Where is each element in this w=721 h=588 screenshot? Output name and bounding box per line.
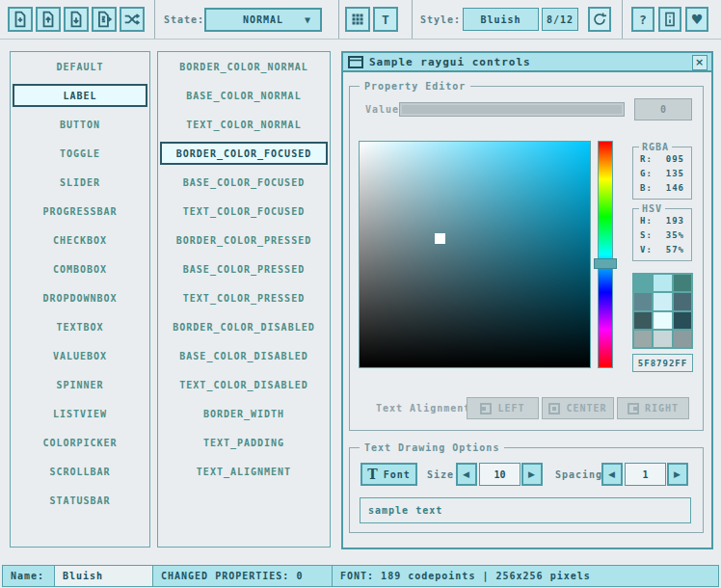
font-button[interactable]: T Font — [360, 463, 417, 486]
load-style-button[interactable] — [36, 7, 61, 32]
text-align-right-button: RIGHT — [617, 397, 689, 419]
list-item-base_color_normal[interactable]: BASE_COLOR_NORMAL — [158, 81, 330, 110]
list-item-text_padding[interactable]: TEXT_PADDING — [158, 428, 330, 457]
state-dropdown-value: NORMAL — [243, 14, 283, 25]
color-picker-marker[interactable] — [435, 233, 445, 244]
shuffle-icon — [123, 11, 141, 28]
close-button[interactable]: × — [692, 55, 708, 70]
style-table-button[interactable] — [345, 7, 370, 32]
list-item-text_color_disabled[interactable]: TEXT_COLOR_DISABLED — [158, 370, 330, 399]
list-item-toggle[interactable]: TOGGLE — [11, 139, 149, 168]
palette-swatch[interactable] — [674, 331, 691, 347]
right-arrow-icon: ▶ — [674, 469, 681, 479]
align-left-icon — [480, 403, 492, 414]
list-item-combobox[interactable]: COMBOBOX — [11, 254, 149, 283]
list-item-text_color_focused[interactable]: TEXT_COLOR_FOCUSED — [158, 197, 330, 226]
font-atlas-button[interactable]: T — [373, 7, 398, 32]
list-item-colorpicker[interactable]: COLORPICKER — [11, 428, 149, 457]
color-saturation-value-panel[interactable] — [359, 141, 591, 368]
statusbar-name-label: Name: — [2, 565, 55, 587]
hue-slider-handle[interactable] — [594, 258, 617, 269]
list-item-text_alignment[interactable]: TEXT_ALIGNMENT — [158, 457, 330, 486]
hex-color-input[interactable]: 5F8792FF — [632, 354, 693, 372]
list-item-default[interactable]: DEFAULT — [11, 52, 149, 81]
list-item-spinner[interactable]: SPINNER — [11, 370, 149, 399]
list-item-border_color_disabled[interactable]: BORDER_COLOR_DISABLED — [158, 312, 330, 341]
spacing-increase-button[interactable]: ▶ — [667, 463, 688, 486]
sample-text-input[interactable]: sample text — [360, 497, 691, 523]
controls-list: DEFAULTLABELBUTTONTOGGLESLIDERPROGRESSBA… — [10, 51, 150, 548]
list-item-slider[interactable]: SLIDER — [11, 168, 149, 197]
reload-style-button[interactable] — [588, 7, 611, 32]
size-decrease-button[interactable]: ◀ — [456, 463, 477, 486]
new-file-icon — [12, 11, 29, 28]
hsv-title: HSV — [639, 203, 665, 214]
list-item-text_color_pressed[interactable]: TEXT_COLOR_PRESSED — [158, 283, 330, 312]
palette-swatch[interactable] — [654, 312, 671, 329]
about-button[interactable] — [658, 7, 681, 32]
list-item-label[interactable]: LABEL — [13, 84, 147, 107]
export-style-button[interactable] — [92, 7, 117, 32]
palette-swatch[interactable] — [674, 312, 691, 329]
save-style-button[interactable] — [64, 7, 89, 32]
size-value-box[interactable]: 10 — [479, 463, 521, 486]
list-item-border_color_pressed[interactable]: BORDER_COLOR_PRESSED — [158, 226, 330, 254]
list-item-checkbox[interactable]: CHECKBOX — [11, 226, 149, 254]
palette-swatch[interactable] — [674, 293, 691, 309]
list-item-button[interactable]: BUTTON — [11, 110, 149, 139]
list-item-base_color_disabled[interactable]: BASE_COLOR_DISABLED — [158, 341, 330, 370]
list-item-border_color_normal[interactable]: BORDER_COLOR_NORMAL — [158, 52, 330, 81]
list-item-listview[interactable]: LISTVIEW — [11, 399, 149, 428]
spacing-value-box[interactable]: 1 — [625, 463, 666, 486]
spacing-decrease-button[interactable]: ◀ — [601, 463, 623, 486]
palette-swatch[interactable] — [654, 275, 671, 291]
color-palette — [632, 273, 693, 349]
random-style-button[interactable] — [120, 7, 145, 32]
list-item-scrollbar[interactable]: SCROLLBAR — [11, 457, 149, 486]
toolbar: State: NORMAL ▼ T Style: Bluish 8/12 ? — [0, 0, 721, 40]
style-name-input[interactable]: Bluish — [54, 565, 153, 587]
list-item-border_width[interactable]: BORDER_WIDTH — [158, 399, 330, 428]
palette-swatch[interactable] — [634, 312, 652, 329]
list-item-base_color_pressed[interactable]: BASE_COLOR_PRESSED — [158, 254, 330, 283]
toolbar-divider — [154, 0, 155, 39]
text-align-center-button: CENTER — [542, 397, 614, 419]
palette-swatch[interactable] — [674, 275, 691, 291]
style-name-value: Bluish — [480, 14, 521, 25]
list-item-valuebox[interactable]: VALUEBOX — [11, 341, 149, 370]
value-row: B:146 — [633, 181, 691, 196]
rgba-values: R:095G:135B:146 — [633, 147, 691, 196]
value-row: G:135 — [633, 167, 691, 181]
palette-swatch[interactable] — [634, 331, 652, 347]
new-style-button[interactable] — [8, 7, 33, 32]
question-icon: ? — [639, 13, 647, 27]
list-item-statusbar[interactable]: STATUSBAR — [11, 486, 149, 515]
statusbar-changed-properties: CHANGED PROPERTIES: 0 — [152, 565, 333, 587]
palette-swatch[interactable] — [654, 331, 671, 347]
export-file-icon — [95, 11, 113, 28]
hsv-values: H:193S:35%V:57% — [633, 209, 691, 257]
list-item-border_color_focused[interactable]: BORDER_COLOR_FOCUSED — [160, 142, 328, 165]
value-row: V:57% — [633, 243, 691, 257]
hue-bar[interactable] — [598, 141, 613, 368]
palette-swatch[interactable] — [634, 275, 652, 291]
palette-swatch[interactable] — [654, 293, 671, 309]
state-dropdown[interactable]: NORMAL ▼ — [204, 8, 322, 32]
style-name-button[interactable]: Bluish — [463, 8, 539, 31]
list-item-progressbar[interactable]: PROGRESSBAR — [11, 197, 149, 226]
palette-swatch[interactable] — [634, 293, 652, 309]
close-icon: × — [695, 56, 705, 68]
sponsor-button[interactable]: ♥ — [685, 7, 708, 32]
list-item-text_color_normal[interactable]: TEXT_COLOR_NORMAL — [158, 110, 330, 139]
save-file-icon — [67, 11, 85, 28]
list-item-base_color_focused[interactable]: BASE_COLOR_FOCUSED — [158, 168, 330, 197]
size-increase-button[interactable]: ▶ — [521, 463, 543, 486]
state-label: State: — [164, 14, 204, 25]
toolbar-divider — [412, 0, 413, 39]
list-item-dropdownbox[interactable]: DROPDOWNBOX — [11, 283, 149, 312]
help-button[interactable]: ? — [631, 7, 654, 32]
toolbar-divider — [338, 0, 339, 39]
list-item-textbox[interactable]: TEXTBOX — [11, 312, 149, 341]
text-drawing-options-title: Text Drawing Options — [360, 442, 504, 453]
font-counter-button[interactable]: 8/12 — [542, 8, 578, 31]
